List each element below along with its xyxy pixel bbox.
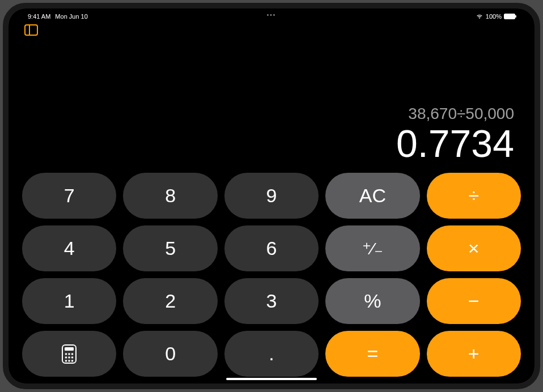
status-date: Mon Jun 10 (55, 13, 87, 20)
home-indicator[interactable] (226, 378, 317, 380)
calculator-app: 9:41 AM Mon Jun 10 ••• 100% 38,670÷50,00… (9, 8, 534, 384)
status-time: 9:41 AM (28, 13, 50, 20)
display-area: 38,670÷50,000 0.7734 (22, 38, 521, 173)
plus-minus-button[interactable]: ⁺∕₋ (325, 225, 419, 271)
svg-point-8 (65, 360, 67, 362)
percent-button[interactable]: % (325, 278, 419, 324)
digit-0-button[interactable]: 0 (123, 331, 217, 377)
digit-5-button[interactable]: 5 (123, 225, 217, 271)
digit-4-button[interactable]: 4 (22, 225, 116, 271)
add-button[interactable]: + (427, 331, 521, 377)
ipad-frame: 9:41 AM Mon Jun 10 ••• 100% 38,670÷50,00… (3, 3, 540, 389)
result-display[interactable]: 0.7734 (396, 124, 514, 163)
expression-display[interactable]: 38,670÷50,000 (408, 105, 514, 123)
svg-rect-1 (65, 347, 74, 351)
svg-point-4 (71, 353, 74, 355)
calculator-mode-toggle-icon[interactable] (24, 24, 38, 36)
svg-point-9 (68, 360, 70, 362)
status-left: 9:41 AM Mon Jun 10 (28, 13, 88, 20)
multiply-button[interactable]: × (427, 225, 521, 271)
digit-9-button[interactable]: 9 (224, 173, 319, 219)
status-right: 100% (476, 13, 515, 20)
scientific-toggle-button[interactable] (22, 331, 116, 377)
svg-point-7 (71, 356, 74, 359)
top-controls (22, 22, 521, 38)
equals-button[interactable]: = (325, 331, 419, 377)
svg-point-5 (65, 356, 67, 359)
svg-point-10 (71, 360, 74, 362)
digit-8-button[interactable]: 8 (123, 173, 217, 219)
digit-7-button[interactable]: 7 (22, 173, 116, 219)
more-dots-icon[interactable]: ••• (267, 12, 277, 18)
calculator-icon (61, 344, 78, 364)
keypad: 7 8 9 AC ÷ 4 5 6 ⁺∕₋ × 1 2 3 % − (22, 173, 521, 377)
svg-point-2 (65, 353, 67, 355)
wifi-icon (476, 14, 483, 19)
subtract-button[interactable]: − (427, 278, 521, 324)
svg-point-3 (68, 353, 70, 355)
status-bar: 9:41 AM Mon Jun 10 ••• 100% (22, 8, 521, 22)
digit-3-button[interactable]: 3 (224, 278, 319, 324)
digit-1-button[interactable]: 1 (22, 278, 116, 324)
battery-percent: 100% (486, 13, 502, 20)
decimal-button[interactable]: . (224, 331, 319, 377)
digit-2-button[interactable]: 2 (123, 278, 217, 324)
battery-icon (504, 14, 515, 19)
svg-point-6 (68, 356, 70, 359)
divide-button[interactable]: ÷ (427, 173, 521, 219)
all-clear-button[interactable]: AC (325, 173, 419, 219)
digit-6-button[interactable]: 6 (224, 225, 319, 271)
plus-minus-icon: ⁺∕₋ (362, 238, 383, 258)
